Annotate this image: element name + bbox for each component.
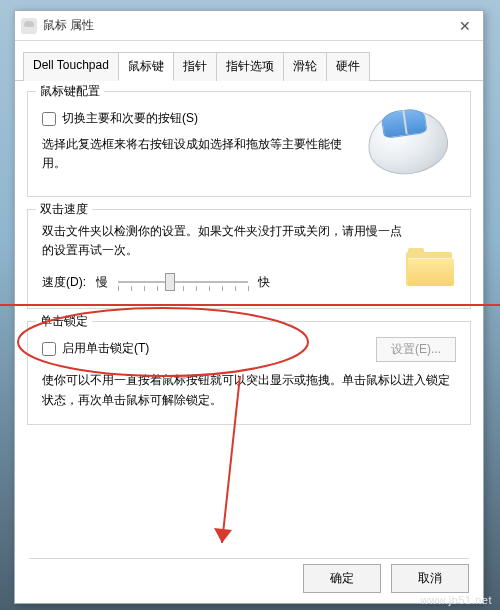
slider-thumb[interactable] bbox=[165, 273, 175, 291]
watermark: www.jb51.net bbox=[421, 594, 492, 606]
speed-label: 速度(D): bbox=[42, 274, 86, 291]
folder-test-icon[interactable] bbox=[404, 246, 456, 288]
swap-checkbox-label: 切换主要和次要的按钮(S) bbox=[62, 110, 198, 127]
swap-desc: 选择此复选框来将右按钮设成如选择和拖放等主要性能使用。 bbox=[42, 135, 360, 173]
clicklock-checkbox-input[interactable] bbox=[42, 342, 56, 356]
group-title: 鼠标键配置 bbox=[36, 83, 104, 100]
close-button[interactable]: ✕ bbox=[451, 15, 479, 37]
mouse-properties-dialog: 鼠标 属性 ✕ Dell Touchpad鼠标键指针指针选项滑轮硬件 鼠标键配置… bbox=[14, 10, 484, 604]
titlebar[interactable]: 鼠标 属性 ✕ bbox=[15, 11, 483, 41]
mouse-icon bbox=[21, 18, 37, 34]
group-title: 单击锁定 bbox=[36, 313, 92, 330]
swap-checkbox-input[interactable] bbox=[42, 112, 56, 126]
tab-content: 鼠标键配置 切换主要和次要的按钮(S) 选择此复选框来将右按钮设成如选择和拖放等… bbox=[15, 81, 483, 425]
clicklock-desc: 使你可以不用一直按着鼠标按钮就可以突出显示或拖拽。单击鼠标以进入锁定状态，再次单… bbox=[42, 371, 456, 409]
tab-2[interactable]: 指针 bbox=[173, 52, 217, 81]
tab-strip: Dell Touchpad鼠标键指针指针选项滑轮硬件 bbox=[15, 41, 483, 81]
mouse-image bbox=[360, 104, 456, 182]
group-button-config: 鼠标键配置 切换主要和次要的按钮(S) 选择此复选框来将右按钮设成如选择和拖放等… bbox=[27, 91, 471, 197]
tab-3[interactable]: 指针选项 bbox=[216, 52, 284, 81]
dialog-footer: 确定 取消 bbox=[303, 564, 469, 593]
cancel-button[interactable]: 取消 bbox=[391, 564, 469, 593]
tab-1[interactable]: 鼠标键 bbox=[118, 52, 174, 81]
group-click-lock: 单击锁定 启用单击锁定(T) 设置(E)... 使你可以不用一直按着鼠标按钮就可… bbox=[27, 321, 471, 424]
slow-label: 慢 bbox=[96, 274, 108, 291]
dialog-title: 鼠标 属性 bbox=[43, 17, 94, 34]
clicklock-checkbox-label: 启用单击锁定(T) bbox=[62, 340, 149, 357]
ok-button[interactable]: 确定 bbox=[303, 564, 381, 593]
clicklock-settings-button: 设置(E)... bbox=[376, 337, 456, 362]
tab-5[interactable]: 硬件 bbox=[326, 52, 370, 81]
group-double-click: 双击速度 双击文件夹以检测你的设置。如果文件夹没打开或关闭，请用慢一点的设置再试… bbox=[27, 209, 471, 309]
fast-label: 快 bbox=[258, 274, 270, 291]
footer-divider bbox=[29, 558, 469, 559]
clicklock-checkbox[interactable]: 启用单击锁定(T) bbox=[42, 340, 149, 357]
swap-buttons-checkbox[interactable]: 切换主要和次要的按钮(S) bbox=[42, 110, 360, 127]
speed-slider[interactable] bbox=[118, 270, 248, 294]
tab-4[interactable]: 滑轮 bbox=[283, 52, 327, 81]
group-title: 双击速度 bbox=[36, 201, 92, 218]
dblclick-desc: 双击文件夹以检测你的设置。如果文件夹没打开或关闭，请用慢一点的设置再试一次。 bbox=[42, 222, 404, 260]
tab-0[interactable]: Dell Touchpad bbox=[23, 52, 119, 81]
